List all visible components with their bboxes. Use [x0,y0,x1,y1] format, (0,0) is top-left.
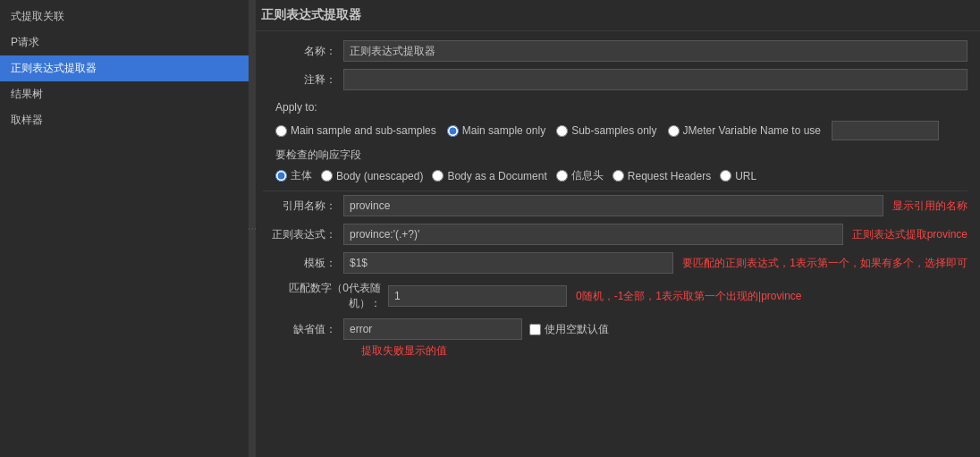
response-info-header[interactable]: 信息头 [556,168,604,183]
ref-name-row: 引用名称： 显示引用的名称 [263,195,967,216]
apply-main-only[interactable]: Main sample only [447,124,545,137]
response-field-label: 要检查的响应字段 [263,144,967,165]
ref-name-input[interactable] [343,195,883,216]
panel-title: 正则表达式提取器 [250,0,980,31]
use-empty-checkbox[interactable] [529,324,541,335]
sidebar-item-result-tree[interactable]: 结果树 [0,81,249,107]
form-area: 名称： 注释： Apply to: Main sample and sub-sa… [250,31,980,375]
match-no-input[interactable] [388,285,567,307]
default-input[interactable] [343,318,522,340]
default-row: 缺省值： 使用空默认值 [263,318,967,340]
comment-row: 注释： [263,69,967,90]
main-panel: 正则表达式提取器 名称： 注释： Apply to: Main sample a… [250,0,980,457]
response-body-unescaped[interactable]: Body (unescaped) [321,170,423,182]
regex-label: 正则表达式： [263,227,343,242]
template-input[interactable] [343,252,673,274]
default-label: 缺省值： [263,322,343,337]
use-empty-label: 使用空默认值 [545,322,609,337]
regex-hint: 正则表达式提取province [852,227,967,242]
response-request-headers[interactable]: Request Headers [612,170,711,182]
sidebar: 式提取关联 P请求 正则表达式提取器 结果树 取样器 [0,0,250,457]
default-hint: 提取失败显示的值 [361,344,447,357]
regex-input[interactable] [343,224,843,245]
response-radio-group: 主体 Body (unescaped) Body as a Document 信… [263,165,967,187]
sidebar-item-link-extractor[interactable]: 式提取关联 [0,4,249,30]
template-label: 模板： [263,256,343,271]
ref-name-hint: 显示引用的名称 [892,199,967,214]
match-no-hint: 0随机，-1全部，1表示取第一个出现的|province [576,289,802,304]
name-label: 名称： [263,44,343,59]
comment-input[interactable] [343,69,967,90]
name-row: 名称： [263,40,967,62]
apply-to-label: Apply to: [263,97,967,117]
sidebar-item-regex-extractor[interactable]: 正则表达式提取器 [0,55,249,81]
template-hint: 要匹配的正则表达式，1表示第一个，如果有多个，选择即可 [682,256,967,271]
comment-label: 注释： [263,72,343,88]
apply-sub-only[interactable]: Sub-samples only [556,124,656,137]
apply-to-group: Main sample and sub-samples Main sample … [263,117,967,144]
name-input[interactable] [343,40,967,62]
jmeter-var-input[interactable] [832,121,939,140]
response-url[interactable]: URL [720,170,756,182]
match-no-row: 匹配数字（0代表随机）： 0随机，-1全部，1表示取第一个出现的|provinc… [263,281,967,311]
separator-1 [263,190,967,191]
ref-name-label: 引用名称： [263,199,343,214]
response-body[interactable]: 主体 [275,168,312,183]
regex-row: 正则表达式： 正则表达式提取province [263,224,967,245]
sidebar-resize-handle[interactable]: ⋮ [249,0,256,457]
sidebar-item-http-request[interactable]: P请求 [0,30,249,55]
response-body-as-doc[interactable]: Body as a Document [432,170,546,182]
apply-jmeter-var[interactable]: JMeter Variable Name to use [668,124,822,137]
match-no-label: 匹配数字（0代表随机）： [263,281,388,311]
use-empty-option[interactable]: 使用空默认值 [529,322,609,337]
apply-main-sub[interactable]: Main sample and sub-samples [275,124,436,137]
template-row: 模板： 要匹配的正则表达式，1表示第一个，如果有多个，选择即可 [263,252,967,274]
sidebar-item-sampler[interactable]: 取样器 [0,107,249,133]
